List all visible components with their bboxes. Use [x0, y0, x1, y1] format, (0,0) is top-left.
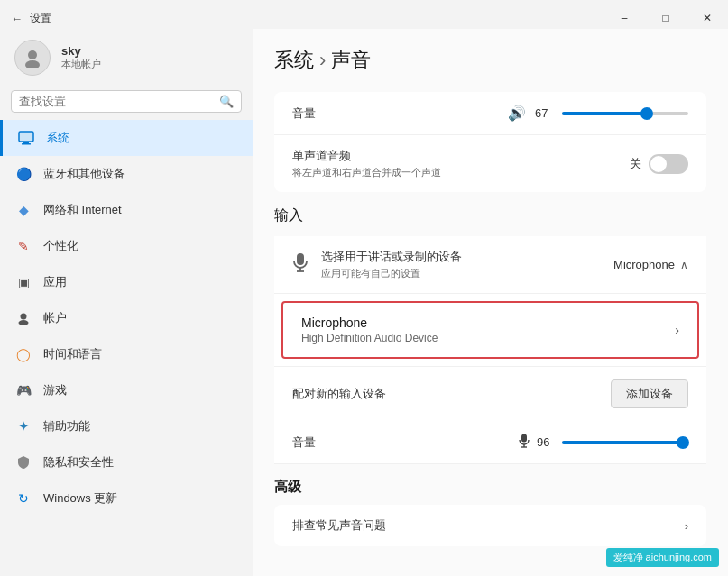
- volume-control[interactable]: 🔊 67: [508, 105, 688, 122]
- advanced-section: 高级 排查常见声音问题 ›: [274, 479, 706, 546]
- mic-item[interactable]: Microphone High Definition Audio Device …: [281, 301, 699, 359]
- chevron-up-icon: ∧: [680, 259, 688, 271]
- time-icon: ◯: [14, 345, 32, 363]
- sidebar-item-network[interactable]: ◆ 网络和 Internet: [0, 192, 253, 228]
- sidebar-label-bluetooth: 蓝牙和其他设备: [43, 166, 125, 182]
- user-name: sky: [61, 44, 101, 58]
- sidebar-label-network: 网络和 Internet: [43, 202, 122, 218]
- add-device-label: 配对新的输入设备: [292, 386, 386, 402]
- sidebar-item-privacy[interactable]: 隐私和安全性: [0, 444, 253, 480]
- input-volume-slider[interactable]: [562, 441, 688, 444]
- volume-value: 67: [535, 106, 553, 120]
- personalize-icon: ✎: [14, 237, 32, 255]
- mic-list-wrapper: Microphone High Definition Audio Device …: [274, 294, 706, 366]
- speaker-icon: 🔊: [508, 105, 526, 122]
- mono-sublabel: 将左声道和右声道合并成一个声道: [292, 166, 441, 179]
- device-select-label: 选择用于讲话或录制的设备: [321, 249, 462, 265]
- svg-point-0: [28, 50, 37, 59]
- sidebar-label-apps: 应用: [43, 274, 67, 290]
- sidebar-item-time[interactable]: ◯ 时间和语言: [0, 336, 253, 372]
- advanced-row[interactable]: 排查常见声音问题 ›: [274, 505, 706, 546]
- advanced-chevron-icon: ›: [685, 519, 688, 533]
- update-icon: ↻: [14, 489, 32, 507]
- title-bar: ← 设置 – □ ✕: [0, 0, 728, 29]
- window-title: 设置: [30, 11, 51, 26]
- mono-toggle[interactable]: [649, 154, 688, 174]
- watermark: 爱纯净 aichunjing.com: [606, 548, 719, 567]
- user-section: sky 本地帐户: [0, 29, 253, 90]
- device-select-sublabel: 应用可能有自己的设置: [321, 267, 462, 280]
- svg-point-1: [25, 60, 40, 68]
- sidebar-label-time: 时间和语言: [43, 346, 102, 362]
- network-icon: ◆: [14, 201, 32, 219]
- sidebar-item-update[interactable]: ↻ Windows 更新: [0, 480, 253, 517]
- games-icon: 🎮: [14, 381, 32, 399]
- accounts-icon: [14, 309, 32, 327]
- sidebar-label-personalize: 个性化: [43, 238, 78, 254]
- input-volume-row: 音量 96: [274, 421, 706, 464]
- search-icon: 🔍: [219, 95, 234, 108]
- input-card: 选择用于讲话或录制的设备 应用可能有自己的设置 Microphone ∧ Mic…: [274, 236, 706, 464]
- search-box[interactable]: 🔍: [11, 90, 242, 113]
- svg-rect-3: [23, 142, 29, 143]
- input-volume-control[interactable]: 96: [519, 434, 688, 451]
- svg-rect-7: [297, 253, 304, 265]
- user-type: 本地帐户: [61, 58, 101, 71]
- avatar: [14, 40, 51, 76]
- page-header: 系统 › 声音: [274, 47, 706, 74]
- svg-rect-4: [22, 143, 31, 145]
- input-section-title: 输入: [274, 206, 706, 225]
- svg-point-5: [21, 314, 27, 320]
- privacy-icon: [14, 453, 32, 471]
- mic-select-icon: [292, 252, 309, 277]
- volume-slider[interactable]: [562, 112, 688, 115]
- search-input[interactable]: [19, 95, 214, 108]
- sidebar-label-system: 系统: [46, 130, 69, 146]
- sidebar-item-accessibility[interactable]: ✦ 辅助功能: [0, 408, 253, 444]
- volume-row: 音量 🔊 67: [274, 92, 706, 135]
- sidebar: sky 本地帐户 🔍 系统 🔵 蓝牙和其他设备 ◆ 网络和 Internet ✎…: [0, 29, 253, 576]
- device-select-value: Microphone: [613, 258, 675, 271]
- user-info: sky 本地帐户: [61, 44, 101, 71]
- breadcrumb-parent: 系统: [274, 47, 314, 74]
- main-container: sky 本地帐户 🔍 系统 🔵 蓝牙和其他设备 ◆ 网络和 Internet ✎…: [0, 29, 728, 576]
- volume-label: 音量: [292, 105, 316, 122]
- sidebar-item-accounts[interactable]: 帐户: [0, 300, 253, 336]
- mono-label: 单声道音频: [292, 148, 441, 164]
- accessibility-icon: ✦: [14, 417, 32, 435]
- sidebar-label-update: Windows 更新: [43, 490, 117, 507]
- sidebar-item-games[interactable]: 🎮 游戏: [0, 372, 253, 408]
- add-device-button[interactable]: 添加设备: [611, 379, 688, 408]
- mic-item-sub: High Definition Audio Device: [301, 332, 438, 344]
- sidebar-label-games: 游戏: [43, 382, 67, 398]
- sidebar-item-system[interactable]: 系统: [0, 120, 253, 156]
- mono-toggle-state: 关: [630, 156, 641, 172]
- svg-point-6: [19, 320, 29, 325]
- bluetooth-icon: 🔵: [14, 165, 32, 183]
- volume-card: 音量 🔊 67 单声道音频 将左声道和右声道合并成一个声道 关: [274, 92, 706, 192]
- system-icon: [17, 129, 35, 147]
- sidebar-label-privacy: 隐私和安全性: [43, 454, 114, 471]
- content-area: 系统 › 声音 音量 🔊 67 单声道音频 将左声道和: [253, 29, 728, 576]
- mic-item-name: Microphone: [301, 315, 438, 330]
- breadcrumb-sep: ›: [319, 49, 326, 72]
- advanced-card: 排查常见声音问题 ›: [274, 505, 706, 546]
- back-icon[interactable]: ←: [11, 12, 23, 25]
- sidebar-label-accounts: 帐户: [43, 310, 67, 326]
- svg-rect-2: [19, 132, 33, 142]
- breadcrumb-current: 声音: [331, 47, 371, 74]
- sidebar-item-bluetooth[interactable]: 🔵 蓝牙和其他设备: [0, 156, 253, 192]
- advanced-title: 高级: [274, 479, 706, 496]
- svg-rect-10: [521, 434, 527, 443]
- sidebar-label-accessibility: 辅助功能: [43, 418, 90, 434]
- device-selector-row[interactable]: 选择用于讲话或录制的设备 应用可能有自己的设置 Microphone ∧: [274, 236, 706, 294]
- add-device-row: 配对新的输入设备 添加设备: [274, 366, 706, 421]
- chevron-right-icon: ›: [675, 323, 679, 337]
- sidebar-item-apps[interactable]: ▣ 应用: [0, 264, 253, 300]
- sidebar-item-personalize[interactable]: ✎ 个性化: [0, 228, 253, 264]
- mono-row: 单声道音频 将左声道和右声道合并成一个声道 关: [274, 135, 706, 192]
- input-volume-value: 96: [537, 435, 555, 449]
- mono-toggle-container: 关: [630, 154, 688, 174]
- apps-icon: ▣: [14, 273, 32, 291]
- input-volume-label: 音量: [292, 434, 316, 451]
